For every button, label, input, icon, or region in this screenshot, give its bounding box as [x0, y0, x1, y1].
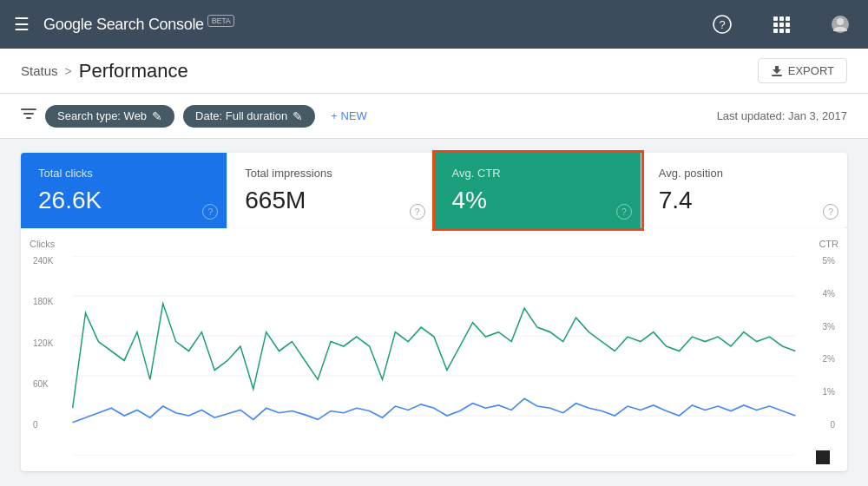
avg-ctr-help[interactable]: ?	[616, 204, 632, 220]
grid-icon[interactable]	[767, 10, 795, 38]
avg-ctr-label: Avg. CTR	[452, 167, 623, 180]
performance-chart: Clicks CTR 240K 180K 120K 60K 0 5% 4% 3%…	[21, 228, 847, 471]
avg-position-value: 7.4	[659, 187, 830, 214]
logo: Google Search ConsoleBETA	[43, 16, 234, 34]
total-clicks-label: Total clicks	[38, 167, 209, 180]
svg-rect-14	[21, 108, 36, 110]
total-impressions-value: 665M	[245, 187, 416, 214]
top-nav: ☰ Google Search ConsoleBETA ?	[0, 0, 868, 49]
y-axis-left-label: Clicks	[30, 239, 55, 249]
avg-ctr-value: 4%	[452, 187, 623, 214]
total-impressions-help[interactable]: ?	[410, 204, 425, 220]
beta-badge: BETA	[207, 15, 235, 27]
page-title: Performance	[79, 60, 188, 82]
breadcrumb-status[interactable]: Status	[21, 63, 58, 78]
avg-position-label: Avg. position	[659, 167, 830, 180]
download-icon	[771, 65, 783, 77]
chart-svg	[38, 256, 830, 456]
legend-square	[816, 450, 830, 464]
search-type-label: Search type: Web	[57, 109, 147, 122]
svg-point-12	[837, 18, 844, 25]
export-label: EXPORT	[788, 64, 834, 77]
svg-rect-7	[786, 23, 790, 27]
avg-position-card[interactable]: Avg. position 7.4 ?	[641, 153, 847, 228]
avg-ctr-card[interactable]: Avg. CTR 4% ?	[435, 153, 641, 228]
account-icon[interactable]	[826, 10, 854, 38]
svg-rect-4	[786, 16, 790, 21]
breadcrumb-bar: Status > Performance EXPORT	[0, 49, 868, 94]
date-edit-icon: ✎	[293, 109, 303, 123]
metric-cards: Total clicks 26.6K ? Total impressions 6…	[21, 153, 847, 228]
y-axis-right-values: 5% 4% 3% 2% 1% 0	[823, 256, 835, 430]
filter-bar: Search type: Web ✎ Date: Full duration ✎…	[0, 94, 868, 139]
svg-rect-8	[773, 29, 778, 33]
search-type-chip[interactable]: Search type: Web ✎	[45, 105, 174, 128]
svg-text:?: ?	[719, 18, 725, 31]
main-content: Total clicks 26.6K ? Total impressions 6…	[0, 139, 868, 485]
svg-rect-9	[779, 29, 784, 33]
filter-lines-icon	[21, 108, 36, 121]
help-icon[interactable]: ?	[708, 10, 736, 38]
svg-rect-13	[772, 75, 782, 76]
svg-rect-5	[773, 23, 778, 27]
new-filter-button[interactable]: + NEW	[324, 105, 374, 127]
svg-rect-16	[26, 117, 31, 119]
total-clicks-value: 26.6K	[38, 187, 209, 214]
new-filter-label: + NEW	[331, 109, 367, 122]
date-chip[interactable]: Date: Full duration ✎	[183, 105, 315, 128]
filter-icon[interactable]	[21, 107, 36, 125]
search-type-edit-icon: ✎	[152, 109, 162, 123]
total-impressions-card[interactable]: Total impressions 665M ?	[227, 153, 434, 228]
total-clicks-card[interactable]: Total clicks 26.6K ?	[21, 153, 227, 228]
breadcrumb-arrow: >	[65, 64, 72, 78]
svg-rect-10	[786, 29, 790, 33]
svg-rect-2	[773, 16, 778, 21]
chart-legend	[816, 450, 830, 464]
y-axis-left-values: 240K 180K 120K 60K 0	[33, 256, 53, 430]
total-impressions-label: Total impressions	[245, 167, 416, 180]
export-button[interactable]: EXPORT	[758, 58, 847, 83]
date-label: Date: Full duration	[195, 109, 287, 122]
avg-position-help[interactable]: ?	[823, 204, 838, 220]
y-axis-right-label: CTR	[819, 239, 838, 249]
hamburger-icon[interactable]: ☰	[14, 14, 30, 35]
svg-rect-3	[779, 16, 784, 21]
total-clicks-help[interactable]: ?	[202, 204, 218, 220]
svg-rect-15	[23, 113, 34, 115]
last-updated-text: Last updated: Jan 3, 2017	[717, 109, 847, 122]
svg-rect-6	[779, 23, 784, 27]
